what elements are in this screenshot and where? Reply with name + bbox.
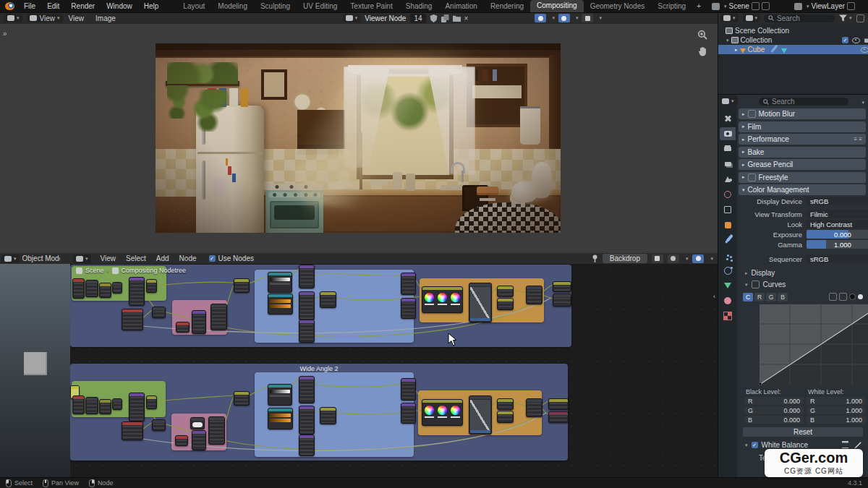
unlink-icon[interactable]: ×: [464, 14, 469, 22]
backdrop-button[interactable]: Backdrop: [603, 254, 647, 263]
sidebar-toggle-icon[interactable]: ‹: [713, 293, 715, 300]
compositor-node[interactable]: [299, 435, 315, 456]
properties-tab-viewlayer-icon[interactable]: [720, 158, 736, 171]
compositor-node[interactable]: [192, 310, 206, 334]
properties-tab-data-icon[interactable]: [720, 279, 736, 292]
compositor-node[interactable]: [320, 407, 336, 424]
display-device-dropdown[interactable]: sRGB▾: [807, 197, 868, 205]
copy-icon[interactable]: [847, 2, 855, 10]
workspace-tab-sculpting[interactable]: Sculpting: [254, 1, 297, 12]
compositor-node[interactable]: [208, 416, 225, 445]
compositor-node[interactable]: [497, 286, 514, 297]
zoom-in-icon[interactable]: [829, 293, 837, 301]
section-freestyle[interactable]: ▸Freestyle: [739, 172, 866, 183]
compositor-node[interactable]: [122, 309, 143, 330]
compositor-node[interactable]: [122, 421, 143, 440]
compositor-node[interactable]: [192, 430, 206, 450]
look-dropdown[interactable]: High Contrast▾: [807, 220, 868, 228]
hide-eye-icon[interactable]: [852, 38, 860, 43]
compositor-node[interactable]: [526, 398, 542, 417]
editor-type-dropdown[interactable]: ▾: [4, 14, 22, 22]
outliner-type-dropdown[interactable]: ▾: [720, 14, 739, 22]
gamma-slider[interactable]: 1.000: [807, 240, 868, 249]
mode-dropdown[interactable]: Object Mode: [22, 254, 60, 262]
compositor-node[interactable]: [85, 280, 98, 297]
compositor-node[interactable]: [72, 278, 85, 299]
menu-window[interactable]: Window: [101, 1, 137, 12]
compositor-node[interactable]: [526, 286, 542, 304]
compositor-node[interactable]: [469, 395, 492, 435]
render-slot-icon[interactable]: [582, 14, 593, 22]
cube-object[interactable]: [24, 352, 47, 375]
pin-icon[interactable]: [592, 254, 598, 262]
compositor-node[interactable]: [190, 417, 205, 429]
white-level-r[interactable]: R1.000: [807, 397, 866, 405]
compositor-node[interactable]: [422, 286, 463, 313]
blender-logo-icon[interactable]: [5, 2, 14, 10]
reset-button[interactable]: Reset: [743, 427, 863, 437]
section-motion-blur[interactable]: ▸Motion Blur: [739, 108, 866, 119]
compositor-node[interactable]: [497, 398, 514, 410]
workspace-tab-uv-editing[interactable]: UV Editing: [297, 1, 344, 12]
compositor-node[interactable]: [72, 395, 85, 414]
compositor-node[interactable]: [401, 273, 416, 295]
workspace-tab-geometry-nodes[interactable]: Geometry Nodes: [584, 1, 652, 12]
compositor-node[interactable]: [548, 411, 569, 423]
outliner-row-scene-collection[interactable]: Scene Collection: [718, 26, 868, 35]
channel-button-c[interactable]: C: [743, 293, 753, 301]
compositor-node[interactable]: [268, 408, 293, 429]
image-menu-image[interactable]: Image: [90, 14, 122, 23]
properties-tab-modifier-icon[interactable]: [720, 234, 736, 247]
compositor-node[interactable]: [234, 278, 250, 293]
image-menu-view[interactable]: View: [63, 14, 90, 23]
shield-icon[interactable]: [430, 14, 438, 22]
workspace-tab-layout[interactable]: Layout: [176, 1, 211, 12]
image-viewer[interactable]: »: [0, 24, 718, 253]
compositor-node[interactable]: [299, 320, 315, 343]
outliner-display-dropdown[interactable]: ▾: [743, 14, 761, 22]
parent-links-icon[interactable]: [652, 254, 663, 263]
properties-tab-texture-icon[interactable]: [720, 309, 736, 322]
properties-tab-tool-icon[interactable]: [720, 112, 736, 125]
overlays-toggle-icon[interactable]: [558, 14, 570, 22]
channel-button-b[interactable]: B: [778, 293, 788, 301]
menu-edit[interactable]: Edit: [42, 1, 64, 12]
workspace-tab-rendering[interactable]: Rendering: [484, 1, 530, 12]
eyedropper-icon[interactable]: [854, 441, 861, 448]
compositor-node[interactable]: [268, 272, 292, 293]
compositor-node[interactable]: [320, 291, 336, 308]
display-mode-dropdown[interactable]: View▾: [27, 14, 63, 22]
compositor-node[interactable]: [401, 403, 416, 424]
properties-tab-scene-icon[interactable]: [720, 173, 736, 186]
white-balance-subpanel[interactable]: ▾✓ White Balance: [743, 441, 808, 449]
white-point-icon[interactable]: [858, 294, 863, 299]
compositor-node[interactable]: [129, 277, 145, 306]
snapping-icon[interactable]: [668, 254, 679, 263]
black-point-icon[interactable]: [849, 294, 856, 300]
compositor-node[interactable]: [152, 419, 166, 431]
view-transform-dropdown[interactable]: Filmic▾: [807, 210, 868, 218]
black-level-b[interactable]: B0.000: [744, 416, 804, 424]
add-workspace-button[interactable]: +: [692, 1, 705, 12]
compositor-node[interactable]: [146, 279, 157, 293]
compositor-node[interactable]: [176, 322, 190, 333]
gizmo-toggle-icon[interactable]: [535, 14, 546, 22]
black-level-r[interactable]: R0.000: [744, 397, 804, 405]
section-bake[interactable]: ▸Bake: [739, 147, 866, 158]
node-menu-view[interactable]: View: [95, 254, 122, 263]
compositor-node[interactable]: [112, 398, 122, 410]
display-subpanel[interactable]: ▸Display: [743, 269, 775, 277]
node-menu-select[interactable]: Select: [121, 254, 151, 263]
pin-icon[interactable]: [752, 2, 760, 10]
zoom-icon[interactable]: [697, 30, 707, 40]
black-level-g[interactable]: G0.000: [744, 406, 804, 414]
properties-tab-physics-icon[interactable]: [720, 264, 736, 277]
compositor-node[interactable]: [85, 397, 98, 414]
compositor-node[interactable]: [401, 298, 416, 319]
list-icon[interactable]: [842, 441, 848, 448]
workspace-tab-shading[interactable]: Shading: [399, 1, 439, 12]
compositor-canvas[interactable]: Scene › Compositing Nodetree ‹ Wide Angl…: [70, 264, 718, 477]
outliner-row-collection[interactable]: ▾ Collection ✓: [718, 35, 868, 45]
channel-button-r[interactable]: R: [754, 293, 765, 301]
hand-pan-icon[interactable]: [698, 46, 707, 56]
